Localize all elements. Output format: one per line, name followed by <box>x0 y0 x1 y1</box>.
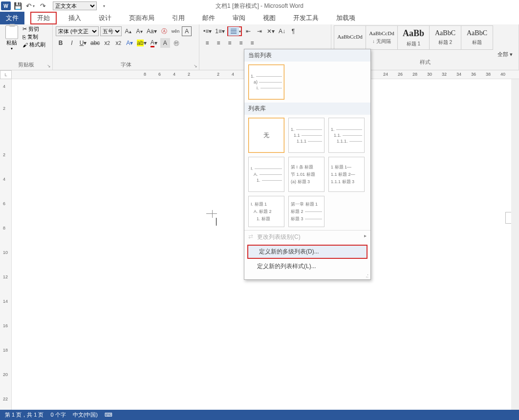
char-shading-button[interactable]: A <box>160 38 170 48</box>
save-button[interactable]: 💾 <box>12 0 23 11</box>
styles-gallery[interactable]: AaBbCcDd AaBbCcDd↓ 无间隔 AaBb标题 1 AaBbC标题 … <box>334 25 516 50</box>
copy-icon: ⎘ <box>22 34 26 40</box>
brush-icon: 🖌 <box>22 42 28 48</box>
status-page[interactable]: 第 1 页，共 1 页 <box>5 411 43 419</box>
list-lib-tile-6[interactable]: I. 标题 1A. 标题 21. 标题 <box>248 196 284 227</box>
tab-references[interactable]: 引用 <box>166 12 191 24</box>
status-word-count[interactable]: 0 个字 <box>50 411 65 419</box>
style-normal[interactable]: AaBbCcDd <box>334 25 366 50</box>
page-corner-mark <box>206 213 217 214</box>
status-language[interactable]: 中文(中国) <box>73 411 98 419</box>
dropdown-library-header: 列表库 <box>244 103 370 115</box>
bold-button[interactable]: B <box>56 38 65 48</box>
list-lib-tile-1[interactable]: 1.1.11.1.1 <box>288 118 324 153</box>
define-new-multilevel-item[interactable]: 定义新的多级列表(D)... <box>247 245 368 259</box>
tab-addins[interactable]: 加载项 <box>330 12 361 24</box>
style-heading2[interactable]: AaBbC标题 2 <box>429 25 461 50</box>
tab-file[interactable]: 文件 <box>0 12 24 24</box>
multilevel-list-button[interactable]: ▾ <box>227 26 242 36</box>
quick-access-toolbar: W 💾 ↶ ↷ 正文文本 <box>0 0 109 11</box>
format-painter-button[interactable]: 🖌格式刷 <box>22 41 45 48</box>
paste-button[interactable]: 粘贴 ▾ <box>3 25 21 51</box>
subscript-button[interactable]: x2 <box>102 38 112 48</box>
increase-indent-button[interactable]: ⇥ <box>255 26 264 36</box>
superscript-button[interactable]: x2 <box>113 38 123 48</box>
asian-layout-button[interactable]: ✕▾ <box>266 26 276 36</box>
list-lib-tile-2[interactable]: 1.1.1.1.1.1. <box>328 118 365 153</box>
distribute-button[interactable]: ≡ <box>247 38 257 48</box>
tab-review[interactable]: 审阅 <box>227 12 251 24</box>
font-size-select[interactable]: 五号 <box>100 26 122 36</box>
change-case-button[interactable]: Aa▾ <box>146 26 158 36</box>
current-list-tile[interactable]: 1. a) i. <box>248 64 284 100</box>
tab-home[interactable]: 开始 <box>30 12 57 24</box>
bullets-button[interactable]: •≡▾ <box>202 26 213 36</box>
underline-button[interactable]: U▾ <box>78 38 88 48</box>
clipboard-launcher[interactable]: ↘ <box>47 63 51 68</box>
qat-customize-button[interactable] <box>98 0 109 11</box>
cut-button[interactable]: ✂剪切 <box>22 25 45 33</box>
group-font: 宋体 (中文正 五号 A▴ A▾ Aa▾ Ⓐ wên A B I U▾ abc … <box>53 24 199 70</box>
vertical-scrollbar[interactable] <box>511 79 519 410</box>
ruler-corner: L <box>0 70 12 79</box>
change-list-level-item: ⇄更改列表级别(C) <box>244 231 370 244</box>
list-lib-tile-7[interactable]: 第一章 标题 1标题 2标题 3 <box>288 196 324 227</box>
font-launcher[interactable]: ↘ <box>194 63 197 68</box>
clipboard-icon <box>5 25 18 39</box>
page-corner-mark-v <box>212 210 213 218</box>
decrease-indent-button[interactable]: ⇤ <box>243 26 253 36</box>
enclose-char-button[interactable]: ㊕ <box>172 38 181 48</box>
indent-icon: ⇄ <box>248 233 254 239</box>
group-clipboard: 粘贴 ▾ ✂剪切 ⎘复制 🖌格式刷 剪贴板 ↘ <box>0 24 53 70</box>
align-right-button[interactable]: ≡ <box>225 38 235 48</box>
align-center-button[interactable]: ≡ <box>214 38 223 48</box>
list-lib-tile-5[interactable]: 1 标题 1—1.1 标题 2—1.1.1 标题 3 <box>328 157 365 192</box>
font-color-button[interactable]: A▾ <box>149 38 159 48</box>
tab-view[interactable]: 视图 <box>257 12 281 24</box>
tab-design[interactable]: 设计 <box>93 12 117 24</box>
sort-button[interactable]: A↓ <box>277 26 287 36</box>
align-left-button[interactable]: ≡ <box>202 38 212 48</box>
phonetic-guide-button[interactable]: wên <box>171 26 181 36</box>
dropdown-resize-grip[interactable]: .: <box>244 273 370 279</box>
numbering-button[interactable]: 1≡▾ <box>214 26 226 36</box>
list-lib-tile-3[interactable]: I.A.1. <box>248 157 284 192</box>
tab-layout[interactable]: 页面布局 <box>123 12 160 24</box>
style-title[interactable]: AaBbC标题 <box>461 25 493 50</box>
status-input-mode-icon[interactable]: ⌨ <box>105 412 112 418</box>
word-app-icon: W <box>1 1 11 10</box>
copy-button[interactable]: ⎘复制 <box>22 33 45 41</box>
highlight-button[interactable]: ab▾ <box>136 38 147 48</box>
dropdown-current-header: 当前列表 <box>244 49 370 62</box>
text-cursor <box>216 218 216 226</box>
clear-formatting-button[interactable]: Ⓐ <box>159 26 169 36</box>
font-family-select[interactable]: 宋体 (中文正 <box>56 26 99 36</box>
define-new-list-style-item[interactable]: 定义新的列表样式(L)... <box>244 260 370 273</box>
char-border-button[interactable]: A <box>182 26 192 36</box>
style-heading1[interactable]: AaBb标题 1 <box>397 25 430 50</box>
status-bar: 第 1 页，共 1 页 0 个字 中文(中国) ⌨ <box>0 410 519 420</box>
list-none-tile[interactable]: 无 <box>248 118 284 153</box>
shrink-font-button[interactable]: A▾ <box>134 26 144 36</box>
clipboard-group-label: 剪贴板 <box>3 61 49 70</box>
list-lib-tile-4[interactable]: 第 I 条 标题节 1.01 标题(a) 标题 3 <box>288 157 324 192</box>
multilevel-list-dropdown: 当前列表 1. a) i. 列表库 无 1.1.11.1.1 1.1.1.1.1… <box>244 49 371 280</box>
tab-mailings[interactable]: 邮件 <box>196 12 221 24</box>
font-group-label: 字体 <box>56 61 196 70</box>
style-quick-select[interactable]: 正文文本 <box>53 1 97 10</box>
style-no-spacing[interactable]: AaBbCcDd↓ 无间隔 <box>366 25 398 50</box>
undo-button[interactable]: ↶ <box>24 0 36 11</box>
vertical-ruler[interactable]: 4 2 2 4 6 8 10 12 14 16 18 20 22 <box>0 79 12 410</box>
text-effects-button[interactable]: A▾ <box>125 38 134 48</box>
italic-button[interactable]: I <box>67 38 77 48</box>
tab-developer[interactable]: 开发工具 <box>287 12 324 24</box>
show-marks-button[interactable]: ¶ <box>288 26 298 36</box>
strikethrough-button[interactable]: abc <box>89 38 101 48</box>
ribbon-tabs: 文件 开始 插入 设计 页面布局 引用 邮件 审阅 视图 开发工具 加载项 <box>0 12 519 24</box>
tab-insert[interactable]: 插入 <box>63 12 87 24</box>
redo-button[interactable]: ↷ <box>37 0 49 11</box>
justify-button[interactable]: ≡ <box>236 38 246 48</box>
window-title: 文档1 [兼容模式] - Microsoft Word <box>216 2 303 10</box>
grow-font-button[interactable]: A▴ <box>123 26 133 36</box>
scissors-icon: ✂ <box>22 26 27 32</box>
